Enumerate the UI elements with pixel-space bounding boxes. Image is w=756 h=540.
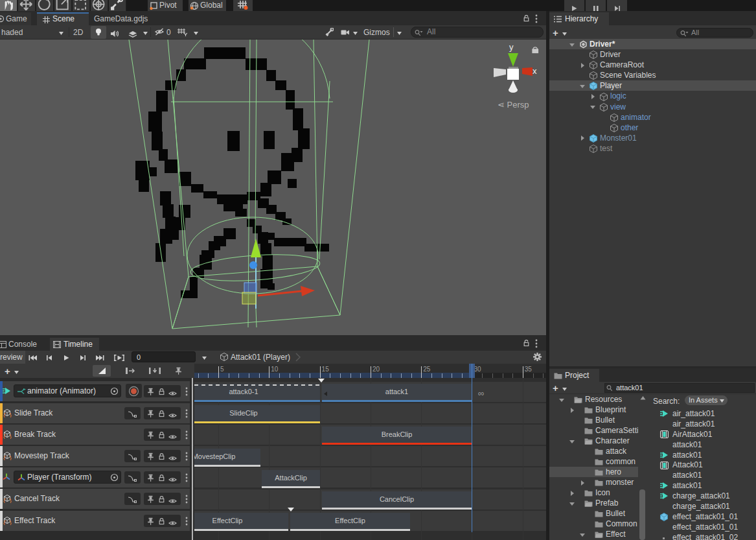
svg-text:⋖ Persp: ⋖ Persp [498,100,529,110]
svg-text:{: { [3,499,6,504]
svg-text:y: y [509,42,514,52]
svg-text:}: } [9,413,12,418]
svg-text:x: x [533,66,537,76]
svg-text:}: } [9,499,12,504]
svg-text:{: { [3,456,6,461]
svg-text:}: } [9,434,12,440]
svg-text:{: { [3,413,6,418]
svg-text:{: { [3,434,6,440]
svg-text:}: } [9,521,12,526]
svg-text:}: } [9,456,12,461]
svg-text:{: { [3,521,6,526]
